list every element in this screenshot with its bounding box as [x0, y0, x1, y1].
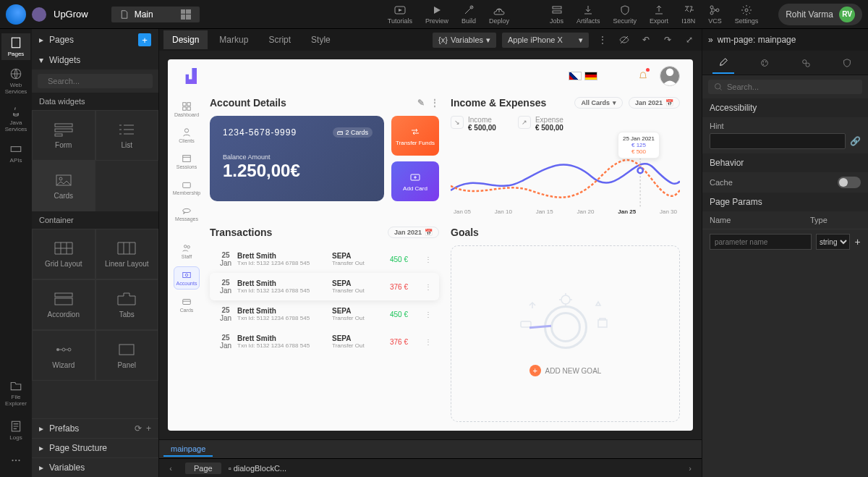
dash-avatar[interactable] [660, 66, 680, 86]
rail-pages[interactable]: Pages [1, 33, 30, 60]
dash-rail-membership[interactable]: Membership [174, 177, 200, 198]
page-structure-section[interactable]: ▸Page Structure [32, 438, 158, 457]
dash-rail-accounts[interactable]: Accounts [174, 266, 200, 290]
widgets-section[interactable]: ▾Widgets [32, 51, 158, 69]
notification-icon[interactable] [634, 67, 652, 85]
refresh-icon[interactable]: ⟳ [135, 423, 142, 434]
footer-dialog[interactable]: ▫ dialogBlockC... [229, 464, 286, 473]
cards-filter[interactable]: All Cards ▾ [574, 97, 623, 109]
collapse-icon[interactable]: » [708, 35, 713, 45]
prefabs-section[interactable]: ▸Prefabs⟳+ [32, 418, 158, 438]
rail-file-explorer[interactable]: File Explorer [1, 376, 30, 410]
props-tab-security[interactable] [836, 52, 858, 74]
footer-next-icon[interactable]: › [683, 461, 697, 476]
vcs-action[interactable]: VCS [708, 4, 722, 25]
props-tab-events[interactable] [795, 52, 817, 74]
txn-date-filter[interactable]: Jan 2021 📅 [388, 227, 439, 238]
transaction-row[interactable]: 25Jan Brett SmithTxn Id: 5132 1234 6788 … [210, 273, 439, 300]
artifacts-action[interactable]: Artifacts [576, 4, 600, 25]
dash-rail-clients[interactable]: Clients [174, 124, 200, 146]
widget-linear-layout[interactable]: Linear Layout [95, 229, 159, 279]
widget-search-input[interactable] [48, 77, 148, 85]
props-tab-style[interactable] [754, 52, 775, 74]
pages-section[interactable]: ▸Pages+ [32, 29, 158, 51]
add-param-button[interactable]: + [854, 235, 861, 248]
txn-more-icon[interactable]: ⋮ [425, 283, 435, 291]
dash-rail-dashboard[interactable]: Dashboard [174, 98, 200, 120]
dash-rail-messages[interactable]: Messages [174, 203, 200, 224]
bottom-tab-mainpage[interactable]: mainpage [163, 442, 213, 457]
file-tab[interactable]: Main [111, 7, 200, 22]
tab-script[interactable]: Script [260, 30, 299, 49]
security-action[interactable]: Security [613, 4, 637, 25]
widget-panel[interactable]: Panel [95, 330, 159, 381]
tab-style[interactable]: Style [302, 30, 339, 49]
export-action[interactable]: Export [650, 4, 668, 25]
param-type-select[interactable]: string [816, 234, 850, 250]
txn-more-icon[interactable]: ⋮ [425, 338, 435, 346]
transaction-row[interactable]: 25Jan Brett SmithTxn Id: 5132 1234 6788 … [210, 245, 439, 273]
design-canvas[interactable]: Dashboard Clients Sessions Membership Me… [168, 59, 693, 431]
txn-more-icon[interactable]: ⋮ [425, 311, 435, 318]
cache-toggle[interactable] [838, 177, 861, 188]
widget-tabs[interactable]: Tabs [95, 279, 159, 330]
dash-rail-staff[interactable]: Staff [174, 240, 200, 262]
visibility-icon[interactable] [616, 32, 632, 48]
settings-action[interactable]: Settings [735, 4, 759, 25]
preview-action[interactable]: Preview [425, 4, 448, 25]
transaction-row[interactable]: 25Jan Brett SmithTxn Id: 5132 1234 6788 … [210, 300, 439, 328]
widget-search[interactable] [38, 74, 153, 88]
undo-icon[interactable]: ↶ [638, 32, 654, 48]
widget-form[interactable]: Form [32, 110, 95, 161]
widget-grid-layout[interactable]: Grid Layout [32, 229, 95, 279]
transfer-funds-button[interactable]: Transfer Funds [391, 116, 439, 156]
flag-uk-icon[interactable] [569, 72, 582, 80]
footer-page[interactable]: Page [185, 463, 221, 474]
widget-list[interactable]: List [95, 110, 159, 161]
widget-accordion[interactable]: Accordion [32, 279, 95, 330]
add-prefab-icon[interactable]: + [146, 423, 151, 434]
add-card-button[interactable]: Add Card [391, 161, 439, 201]
variables-dropdown[interactable]: {x}Variables▾ [433, 33, 496, 48]
dash-rail-sessions[interactable]: Sessions [174, 151, 200, 172]
redo-icon[interactable]: ↷ [660, 32, 676, 48]
flag-de-icon[interactable] [584, 72, 597, 80]
properties-search-input[interactable] [727, 83, 856, 91]
rail-java-services[interactable]: Java Services [1, 102, 30, 135]
expand-icon[interactable]: ⤢ [681, 32, 697, 48]
txn-more-icon[interactable]: ⋮ [425, 256, 435, 263]
more-icon[interactable]: ⋮ [430, 98, 439, 108]
date-filter[interactable]: Jan 2021 📅 [629, 97, 680, 109]
edit-icon[interactable]: ✎ [417, 98, 425, 108]
dash-rail-cards[interactable]: Cards [174, 294, 200, 316]
add-page-button[interactable]: + [138, 33, 151, 46]
tab-design[interactable]: Design [163, 30, 208, 49]
transaction-row[interactable]: 25Jan Brett SmithTxn Id: 5132 1234 6788 … [210, 328, 439, 355]
rail-logs[interactable]: Logs [1, 417, 30, 444]
tab-markup[interactable]: Markup [210, 30, 257, 49]
balance-card[interactable]: 1234-5678-9999 🗃 2 Cards Balance Amount … [210, 116, 384, 201]
tutorials-action[interactable]: Tutorials [388, 4, 412, 25]
footer-prev-icon[interactable]: ‹ [163, 461, 178, 476]
rail-web-services[interactable]: Web Services [1, 64, 30, 98]
rail-more[interactable] [1, 451, 30, 470]
properties-search[interactable] [708, 80, 862, 94]
variables-section[interactable]: ▸Variables [32, 457, 158, 477]
rail-apis[interactable]: APIs [1, 140, 30, 166]
user-menu[interactable]: Rohit Varma RV [778, 4, 862, 25]
device-dropdown[interactable]: Apple iPhone X▾ [502, 33, 589, 48]
svg-rect-17 [55, 129, 72, 132]
props-tab-edit[interactable] [712, 52, 734, 74]
link-icon[interactable]: 🔗 [850, 136, 861, 146]
i18n-action[interactable]: I18N [681, 4, 695, 25]
deploy-action[interactable]: Deploy [489, 4, 509, 25]
widget-cards[interactable]: Cards [32, 161, 95, 211]
add-goal-button[interactable]: +ADD NEW GOAL [529, 365, 602, 376]
param-name-input[interactable] [710, 234, 812, 250]
jobs-action[interactable]: Jobs [550, 4, 563, 25]
hint-input[interactable] [710, 133, 846, 149]
grid-view-icon[interactable] [181, 9, 191, 20]
build-action[interactable]: Build [461, 4, 476, 25]
widget-wizard[interactable]: Wizard [32, 330, 95, 381]
more-icon[interactable]: ⋮ [595, 32, 610, 48]
